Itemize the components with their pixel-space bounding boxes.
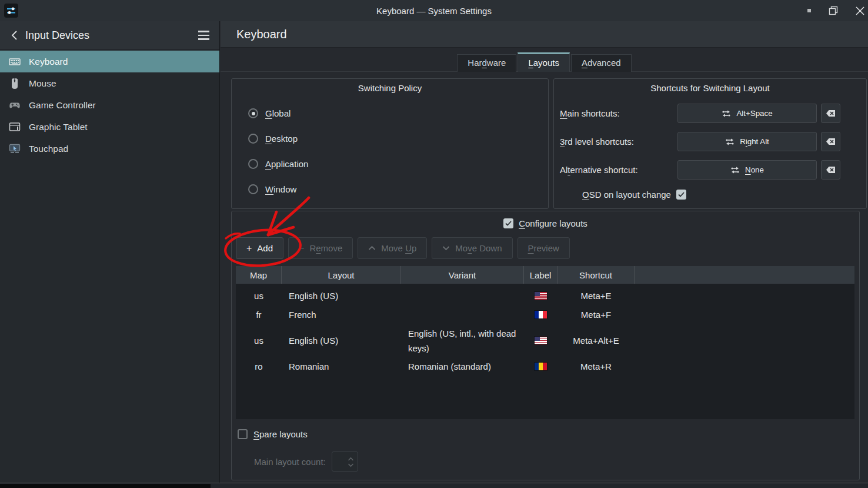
keyboard-icon [9,56,21,68]
button-label: Move Up [381,243,416,253]
preview-button[interactable]: Preview [518,237,570,259]
cell-shortcut: Meta+Alt+E [557,336,635,346]
minimize-button[interactable] [807,9,811,12]
menu-icon[interactable] [198,31,209,40]
sidebar-item-keyboard[interactable]: Keyboard [0,51,220,72]
main-layout-count-label: Main layout count: [254,457,326,467]
table-row[interactable]: us English (US) Meta+E [236,286,854,305]
shortcut-icon [725,137,735,147]
add-icon: + [246,243,252,254]
spare-layouts-checkbox[interactable] [238,429,248,439]
window-title: Keyboard — System Settings [0,6,868,16]
configure-layouts-checkbox[interactable] [503,218,513,228]
touchpad-icon [9,143,21,155]
window-bottom-edge [0,483,868,488]
maximize-button[interactable] [829,6,838,15]
osd-label: OSD on layout change [582,190,671,200]
page-title: Keyboard [236,28,287,41]
table-row[interactable]: fr French Meta+F [236,305,854,324]
col-header-label[interactable]: Label [524,266,557,284]
shortcut-value: None [745,165,764,174]
table-row[interactable]: us English (US) English (US, intl., with… [236,324,854,357]
tab-layouts[interactable]: Layouts [518,52,570,72]
configure-layouts-label: Configure layouts [519,218,587,228]
titlebar: Keyboard — System Settings [0,0,868,21]
close-button[interactable] [856,6,864,15]
add-button[interactable]: + Add [236,237,283,259]
move-up-icon [368,245,376,251]
sidebar-item-graphic-tablet[interactable]: Graphic Tablet [0,116,220,138]
shortcut-value: Right Alt [740,137,769,146]
clear-main-shortcut-button[interactable] [821,104,840,123]
clear-alternative-shortcut-button[interactable] [821,160,840,180]
radio-indicator[interactable] [248,184,258,194]
osd-checkbox[interactable] [676,190,686,200]
cell-map: ro [236,361,282,371]
radio-window[interactable]: Window [248,184,296,194]
col-header-filler [635,266,854,284]
tab-hardware[interactable]: Hardware [457,54,516,72]
us-flag-icon [535,337,547,344]
radio-label: Window [265,184,296,194]
bottom-left-dark-strip [0,484,211,488]
radio-label: Global [265,108,291,118]
remove-button[interactable]: − Remove [288,237,353,259]
col-header-variant[interactable]: Variant [401,266,524,284]
third-level-shortcuts-label: 3rd level shortcuts: [560,137,634,147]
alternative-shortcut-label: Alternative shortcut: [560,165,638,175]
main-layout-count-spinner[interactable] [332,452,358,472]
radio-indicator[interactable] [248,159,258,169]
cell-label [524,292,557,300]
layouts-table[interactable]: Map Layout Variant Label Shortcut us Eng… [236,266,854,419]
sidebar-item-label: Mouse [29,78,56,89]
main-shortcuts-button[interactable]: Alt+Space [677,104,817,123]
clear-icon [826,138,836,145]
tab-bar: Hardware Layouts Advanced [221,51,868,72]
button-label: Add [257,243,273,253]
radio-global[interactable]: Global [248,108,291,118]
fr-flag-icon [535,311,547,318]
table-row[interactable]: ro Romanian Romanian (standard) Meta+R [236,357,854,376]
table-header: Map Layout Variant Label Shortcut [236,266,854,284]
col-header-shortcut[interactable]: Shortcut [557,266,635,284]
alternative-shortcut-button[interactable]: None [677,160,817,180]
sidebar-item-mouse[interactable]: Mouse [0,72,220,94]
sidebar-item-game-controller[interactable]: Game Controller [0,94,220,116]
cell-shortcut: Meta+R [557,361,635,371]
radio-desktop[interactable]: Desktop [248,134,298,144]
clear-third-level-shortcut-button[interactable] [821,132,840,151]
page-header: Keyboard [221,21,868,48]
cell-label [524,363,557,370]
osd-checkbox-row[interactable]: OSD on layout change [582,190,686,200]
sidebar-header: Input Devices [0,21,220,50]
cell-layout: Romanian [282,361,401,371]
shortcut-icon [722,109,731,118]
shortcuts-group: Shortcuts for Switching Layout Main shor… [553,78,867,209]
cell-shortcut: Meta+E [557,291,635,301]
tab-advanced[interactable]: Advanced [571,54,632,72]
move-up-button[interactable]: Move Up [358,237,427,259]
spinner-chevrons-icon [348,456,354,468]
back-icon[interactable] [11,30,18,41]
move-down-button[interactable]: Move Down [432,237,512,259]
configure-layouts-row[interactable]: Configure layouts [232,218,859,228]
col-header-map[interactable]: Map [236,266,282,284]
shortcuts-title: Shortcuts for Switching Layout [554,79,866,93]
col-header-layout[interactable]: Layout [282,266,401,284]
layouts-group: Configure layouts + Add − Remove Move Up… [231,211,860,480]
shortcut-value: Alt+Space [736,109,772,118]
spare-layouts-label: Spare layouts [253,429,308,439]
spare-layouts-row[interactable]: Spare layouts [238,429,308,439]
button-label: Move Down [455,243,502,253]
radio-indicator[interactable] [248,108,258,118]
sidebar-back-label[interactable]: Input Devices [25,29,89,42]
third-level-shortcuts-button[interactable]: Right Alt [677,132,817,151]
ro-flag-icon [535,363,547,370]
sidebar-item-touchpad[interactable]: Touchpad [0,138,220,160]
radio-application[interactable]: Application [248,159,308,169]
main-layout-count-row: Main layout count: [254,452,358,472]
shortcut-icon [730,165,740,175]
sidebar-list: Keyboard Mouse Game Controller [0,50,220,160]
radio-indicator[interactable] [248,134,258,144]
cell-map: fr [236,310,282,320]
